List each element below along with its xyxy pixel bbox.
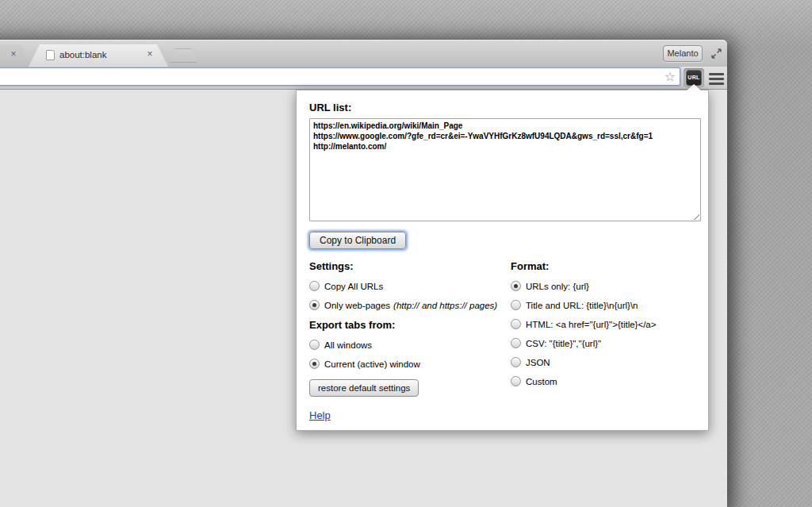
address-bar[interactable]: ☆ — [0, 67, 680, 86]
radio-format-csv[interactable]: CSV: "{title}","{url}" — [511, 338, 695, 348]
close-icon[interactable]: × — [8, 49, 19, 60]
new-tab-button[interactable] — [170, 48, 197, 63]
desktop: { "browser": { "background_tab": { "clos… — [0, 0, 812, 507]
radio-current-window[interactable]: Current (active) window — [309, 359, 511, 369]
format-heading: Format: — [511, 260, 695, 272]
help-link[interactable]: Help — [309, 409, 331, 421]
radio-icon[interactable] — [511, 281, 521, 291]
settings-heading: Settings: — [309, 260, 511, 272]
radio-all-windows[interactable]: All windows — [309, 340, 511, 350]
tab-title: about:blank — [59, 50, 106, 60]
radio-icon[interactable] — [309, 300, 320, 310]
export-tabs-heading: Export tabs from: — [309, 319, 511, 331]
bookmark-star-icon[interactable]: ☆ — [665, 68, 676, 86]
radio-only-web-pages[interactable]: Only web-pages (http:// and https:// pag… — [309, 300, 511, 310]
url-list-textarea[interactable] — [309, 118, 701, 221]
tab-strip: × about:blank × Melanto — [0, 40, 727, 67]
address-input[interactable] — [0, 70, 626, 83]
restore-defaults-button[interactable]: restore default settings — [309, 379, 419, 397]
browser-toolbar: ☆ URL — [0, 67, 727, 90]
tab-about-blank[interactable]: about:blank × — [29, 44, 168, 67]
url-extension-icon: URL — [686, 70, 702, 86]
radio-icon[interactable] — [309, 340, 320, 350]
page-icon — [46, 50, 55, 60]
radio-copy-all-urls[interactable]: Copy All URLs — [309, 281, 511, 291]
background-tab[interactable]: × — [0, 44, 30, 67]
radio-icon[interactable] — [309, 281, 320, 291]
radio-format-json[interactable]: JSON — [511, 357, 695, 367]
close-icon[interactable]: × — [144, 49, 155, 60]
menu-icon[interactable] — [709, 73, 724, 87]
radio-icon[interactable] — [511, 376, 521, 386]
radio-format-urls-only[interactable]: URLs only: {url} — [511, 281, 695, 291]
radio-icon[interactable] — [309, 359, 320, 369]
radio-icon[interactable] — [511, 319, 521, 329]
url-list-label: URL list: — [309, 102, 695, 113]
radio-icon[interactable] — [511, 357, 521, 367]
radio-icon[interactable] — [511, 338, 521, 348]
resize-icon[interactable] — [710, 48, 722, 60]
radio-format-custom[interactable]: Custom — [511, 376, 695, 386]
extension-popup: URL list: Copy to Clipboard Settings: Co… — [296, 90, 709, 431]
radio-format-title-url[interactable]: Title and URL: {title}\n{url}\n — [511, 300, 695, 310]
popup-arrow — [687, 84, 701, 90]
profile-button[interactable]: Melanto — [663, 45, 703, 62]
copy-to-clipboard-button[interactable]: Copy to Clipboard — [309, 232, 406, 249]
radio-format-html[interactable]: HTML: <a href="{url}">{title}</a> — [511, 319, 695, 329]
radio-icon[interactable] — [511, 300, 521, 310]
